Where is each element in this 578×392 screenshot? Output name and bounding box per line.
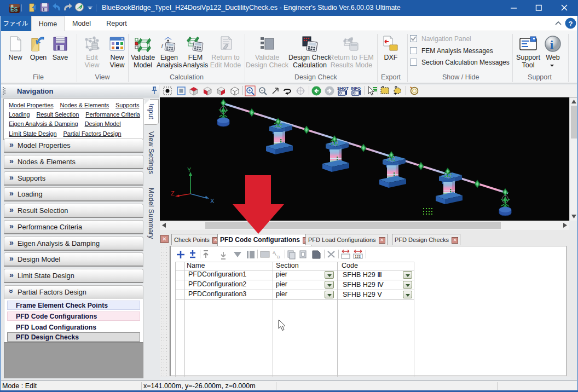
svg-text:f: f <box>161 43 164 48</box>
svg-text:X: X <box>210 198 215 204</box>
svg-text:B: B <box>277 255 280 260</box>
svg-text:Y: Y <box>187 166 192 173</box>
svg-text:Z: Z <box>171 190 175 197</box>
svg-text:?: ? <box>569 20 573 28</box>
svg-text:i: i <box>550 38 553 51</box>
svg-text:ES: ES <box>10 7 18 13</box>
svg-text:123: 123 <box>355 255 361 258</box>
svg-text:INFO: INFO <box>351 86 361 91</box>
svg-text:SHOT: SHOT <box>337 86 349 91</box>
